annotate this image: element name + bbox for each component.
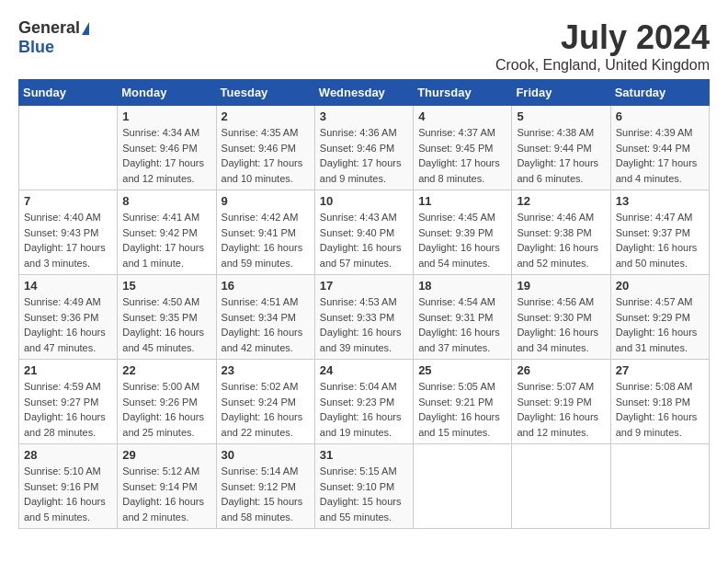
cell-sunrise: Sunrise: 4:40 AM bbox=[24, 212, 101, 223]
cell-sunset: Sunset: 9:31 PM bbox=[418, 312, 493, 323]
cell-sunrise: Sunrise: 4:43 AM bbox=[320, 212, 397, 223]
cell-sunrise: Sunrise: 4:53 AM bbox=[320, 296, 397, 307]
day-number: 26 bbox=[517, 363, 605, 377]
cell-daylight: Daylight: 16 hours and 47 minutes. bbox=[24, 327, 106, 353]
cell-sunrise: Sunrise: 4:37 AM bbox=[418, 127, 495, 138]
cell-sunrise: Sunrise: 5:05 AM bbox=[418, 381, 495, 392]
cell-sunrise: Sunrise: 4:34 AM bbox=[122, 127, 199, 138]
cell-daylight: Daylight: 17 hours and 9 minutes. bbox=[320, 157, 402, 184]
location-title: Crook, England, United Kingdom bbox=[495, 57, 710, 74]
cell-daylight: Daylight: 17 hours and 8 minutes. bbox=[418, 157, 500, 184]
cell-daylight: Daylight: 17 hours and 10 minutes. bbox=[222, 157, 303, 184]
day-number: 5 bbox=[517, 109, 605, 123]
day-number: 2 bbox=[222, 109, 310, 123]
cell-daylight: Daylight: 17 hours and 4 minutes. bbox=[616, 157, 698, 184]
day-number: 16 bbox=[222, 279, 310, 293]
table-cell: 28 Sunrise: 5:10 AM Sunset: 9:16 PM Dayl… bbox=[19, 444, 118, 529]
cell-daylight: Daylight: 16 hours and 12 minutes. bbox=[517, 411, 598, 438]
cell-daylight: Daylight: 16 hours and 2 minutes. bbox=[122, 496, 204, 523]
col-friday: Friday bbox=[512, 80, 610, 106]
cell-daylight: Daylight: 16 hours and 31 minutes. bbox=[616, 327, 698, 353]
cell-sunset: Sunset: 9:44 PM bbox=[517, 143, 591, 154]
table-cell: 1 Sunrise: 4:34 AM Sunset: 9:46 PM Dayli… bbox=[118, 106, 216, 190]
col-wednesday: Wednesday bbox=[314, 80, 413, 106]
cell-sunset: Sunset: 9:24 PM bbox=[222, 396, 296, 408]
day-number: 19 bbox=[517, 279, 605, 293]
table-cell: 9 Sunrise: 4:42 AM Sunset: 9:41 PM Dayli… bbox=[216, 190, 314, 275]
cell-sunset: Sunset: 9:18 PM bbox=[616, 396, 690, 408]
cell-sunset: Sunset: 9:21 PM bbox=[418, 396, 493, 408]
cell-daylight: Daylight: 16 hours and 45 minutes. bbox=[122, 327, 204, 353]
calendar-table: Sunday Monday Tuesday Wednesday Thursday… bbox=[18, 79, 710, 529]
table-cell: 16 Sunrise: 4:51 AM Sunset: 9:34 PM Dayl… bbox=[216, 275, 314, 360]
day-number: 7 bbox=[24, 194, 112, 208]
cell-sunrise: Sunrise: 5:07 AM bbox=[517, 381, 594, 392]
cell-sunrise: Sunrise: 5:00 AM bbox=[122, 381, 199, 392]
cell-sunset: Sunset: 9:42 PM bbox=[122, 227, 197, 238]
table-cell bbox=[610, 444, 709, 529]
day-number: 25 bbox=[418, 363, 506, 377]
cell-sunset: Sunset: 9:12 PM bbox=[222, 481, 296, 492]
col-sunday: Sunday bbox=[19, 80, 118, 106]
cell-sunset: Sunset: 9:30 PM bbox=[517, 312, 591, 323]
day-number: 27 bbox=[616, 363, 704, 377]
cell-sunrise: Sunrise: 5:08 AM bbox=[616, 381, 693, 392]
cell-sunset: Sunset: 9:26 PM bbox=[122, 396, 197, 408]
cell-sunset: Sunset: 9:35 PM bbox=[122, 312, 197, 323]
table-cell: 29 Sunrise: 5:12 AM Sunset: 9:14 PM Dayl… bbox=[118, 444, 216, 529]
table-cell: 2 Sunrise: 4:35 AM Sunset: 9:46 PM Dayli… bbox=[216, 106, 314, 190]
logo-triangle-icon bbox=[82, 22, 89, 35]
table-cell: 6 Sunrise: 4:39 AM Sunset: 9:44 PM Dayli… bbox=[610, 106, 709, 190]
cell-sunset: Sunset: 9:46 PM bbox=[320, 143, 394, 154]
table-cell: 27 Sunrise: 5:08 AM Sunset: 9:18 PM Dayl… bbox=[610, 360, 709, 444]
cell-sunset: Sunset: 9:44 PM bbox=[616, 143, 690, 154]
cell-sunrise: Sunrise: 4:51 AM bbox=[222, 296, 299, 307]
day-number: 30 bbox=[222, 448, 310, 462]
cell-daylight: Daylight: 16 hours and 57 minutes. bbox=[320, 242, 402, 269]
table-cell: 21 Sunrise: 4:59 AM Sunset: 9:27 PM Dayl… bbox=[19, 360, 118, 444]
day-number: 11 bbox=[418, 194, 506, 208]
cell-daylight: Daylight: 16 hours and 25 minutes. bbox=[122, 411, 204, 438]
table-cell: 17 Sunrise: 4:53 AM Sunset: 9:33 PM Dayl… bbox=[314, 275, 413, 360]
cell-sunset: Sunset: 9:40 PM bbox=[320, 227, 394, 238]
day-number: 17 bbox=[320, 279, 408, 293]
cell-sunrise: Sunrise: 4:46 AM bbox=[517, 212, 594, 223]
cell-daylight: Daylight: 17 hours and 12 minutes. bbox=[122, 157, 204, 184]
cell-sunset: Sunset: 9:36 PM bbox=[24, 312, 98, 323]
cell-sunrise: Sunrise: 4:56 AM bbox=[517, 296, 594, 307]
cell-daylight: Daylight: 17 hours and 6 minutes. bbox=[517, 157, 598, 184]
cell-daylight: Daylight: 16 hours and 22 minutes. bbox=[222, 411, 303, 438]
table-cell: 5 Sunrise: 4:38 AM Sunset: 9:44 PM Dayli… bbox=[512, 106, 610, 190]
table-cell: 23 Sunrise: 5:02 AM Sunset: 9:24 PM Dayl… bbox=[216, 360, 314, 444]
table-cell: 22 Sunrise: 5:00 AM Sunset: 9:26 PM Dayl… bbox=[118, 360, 216, 444]
cell-daylight: Daylight: 16 hours and 15 minutes. bbox=[418, 411, 500, 438]
day-number: 8 bbox=[122, 194, 210, 208]
table-cell: 14 Sunrise: 4:49 AM Sunset: 9:36 PM Dayl… bbox=[19, 275, 118, 360]
day-number: 24 bbox=[320, 363, 408, 377]
day-number: 12 bbox=[517, 194, 605, 208]
table-cell: 3 Sunrise: 4:36 AM Sunset: 9:46 PM Dayli… bbox=[314, 106, 413, 190]
cell-daylight: Daylight: 16 hours and 5 minutes. bbox=[24, 496, 106, 523]
cell-sunset: Sunset: 9:46 PM bbox=[122, 143, 197, 154]
page-header: General Blue July 2024 Crook, England, U… bbox=[18, 18, 710, 74]
cell-daylight: Daylight: 16 hours and 59 minutes. bbox=[222, 242, 303, 269]
cell-sunset: Sunset: 9:43 PM bbox=[24, 227, 98, 238]
cell-sunset: Sunset: 9:16 PM bbox=[24, 481, 98, 492]
col-saturday: Saturday bbox=[610, 80, 709, 106]
logo-blue-text: Blue bbox=[18, 38, 54, 57]
day-number: 6 bbox=[616, 109, 704, 123]
table-cell: 26 Sunrise: 5:07 AM Sunset: 9:19 PM Dayl… bbox=[512, 360, 610, 444]
cell-sunset: Sunset: 9:37 PM bbox=[616, 227, 690, 238]
col-thursday: Thursday bbox=[414, 80, 512, 106]
day-number: 31 bbox=[320, 448, 408, 462]
day-number: 4 bbox=[418, 109, 506, 123]
cell-daylight: Daylight: 16 hours and 34 minutes. bbox=[517, 327, 598, 353]
cell-daylight: Daylight: 16 hours and 54 minutes. bbox=[418, 242, 500, 269]
cell-daylight: Daylight: 17 hours and 1 minute. bbox=[122, 242, 204, 269]
cell-sunrise: Sunrise: 5:04 AM bbox=[320, 381, 397, 392]
day-number: 21 bbox=[24, 363, 112, 377]
table-row: 14 Sunrise: 4:49 AM Sunset: 9:36 PM Dayl… bbox=[19, 275, 710, 360]
cell-sunrise: Sunrise: 4:36 AM bbox=[320, 127, 397, 138]
cell-sunrise: Sunrise: 4:38 AM bbox=[517, 127, 594, 138]
cell-sunset: Sunset: 9:14 PM bbox=[122, 481, 197, 492]
